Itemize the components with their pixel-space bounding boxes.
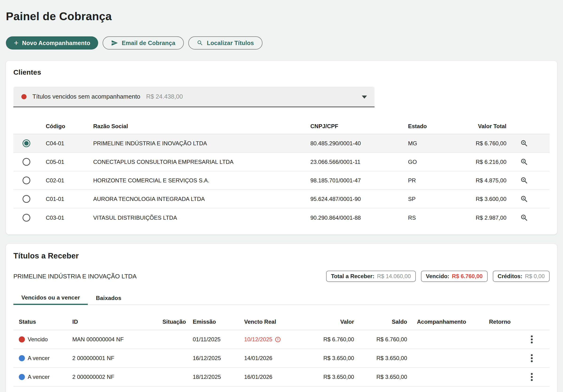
radio-button[interactable]: [23, 195, 30, 203]
overdue-label: Vencido:: [426, 273, 449, 279]
receivables-table-header: Status ID Situação Emissão Vencto Real V…: [13, 314, 550, 330]
client-valor-total: R$ 4.875,00: [464, 177, 508, 184]
overdue-filter-select[interactable]: Títulos vencidos sem acompanhamento R$ 2…: [13, 87, 374, 107]
receivables-title: Títulos a Receber: [13, 251, 550, 260]
client-codigo: C05-01: [39, 159, 93, 165]
filter-value: R$ 24.438,00: [146, 93, 183, 100]
new-followup-button[interactable]: + Novo Acompanhamento: [6, 36, 98, 50]
client-cnpj: 90.290.864/0001-88: [309, 215, 406, 221]
toolbar: + Novo Acompanhamento Email de Cobrança …: [6, 36, 557, 50]
total-receivable-value: R$ 14.060,00: [377, 273, 411, 279]
client-row[interactable]: C04-01 PRIMELINE INDÚSTRIA E INOVAÇÃO LT…: [13, 134, 550, 153]
radio-button[interactable]: [23, 214, 30, 222]
client-razao-social: AURORA TECNOLOGIA INTEGRADA LTDA: [93, 196, 309, 202]
col-header-vencto-real: Vencto Real: [240, 318, 296, 325]
title-saldo: R$ 3.650,00: [357, 355, 410, 362]
radio-button-selected[interactable]: [23, 139, 30, 147]
plus-icon: +: [14, 39, 19, 47]
client-cnpj: 80.485.290/0001-40: [309, 140, 406, 147]
title-saldo: R$ 3.650,00: [357, 374, 410, 380]
zoom-in-icon[interactable]: [520, 176, 528, 185]
client-estado: MG: [406, 140, 464, 147]
total-receivable-badge: Total a Receber: R$ 14.060,00: [326, 271, 416, 282]
billing-dashboard-page: Painel de Cobrança + Novo Acompanhamento…: [0, 0, 563, 392]
title-id: 2 000000001 NF: [68, 355, 146, 362]
clients-title: Clientes: [13, 68, 550, 76]
upcoming-status-dot-icon: [19, 374, 25, 380]
radio-button[interactable]: [23, 177, 30, 184]
overdue-value: R$ 6.760,00: [452, 273, 483, 279]
zoom-in-icon[interactable]: [520, 139, 528, 148]
row-menu-kebab-icon[interactable]: [528, 336, 536, 343]
row-menu-kebab-icon[interactable]: [528, 354, 536, 362]
col-header-id: ID: [68, 318, 146, 325]
tab-vencidos-ou-a-vencer[interactable]: Vencidos ou a vencer: [13, 291, 88, 305]
receivables-card: Títulos a Receber PRIMELINE INDÚSTRIA E …: [6, 244, 557, 392]
upcoming-status-dot-icon: [19, 355, 25, 361]
clients-table: Código Razão Social CNPJ/CPF Estado Valo…: [13, 119, 550, 227]
title-emissao: 01/11/2025: [188, 336, 240, 343]
send-icon: [111, 39, 118, 47]
col-header-status: Status: [13, 318, 68, 325]
col-header-valor: Valor: [296, 318, 357, 325]
receivables-table: Status ID Situação Emissão Vencto Real V…: [13, 314, 550, 387]
title-valor: R$ 6.760,00: [296, 336, 357, 343]
title-id: 2 000000002 NF: [68, 374, 146, 380]
col-header-saldo: Saldo: [357, 318, 410, 325]
receivables-tabs: Vencidos ou a vencer Baixados: [13, 291, 550, 305]
client-row[interactable]: C01-01 AURORA TECNOLOGIA INTEGRADA LTDA …: [13, 190, 550, 208]
client-valor-total: R$ 3.600,00: [464, 196, 508, 202]
title-id: MAN 000000004 NF: [68, 336, 146, 343]
client-razao-social: CONECTAPLUS CONSULTORIA EMPRESARIAL LTDA: [93, 159, 309, 165]
client-cnpj: 95.624.487/0001-90: [309, 196, 406, 202]
clients-card: Clientes Títulos vencidos sem acompanham…: [6, 61, 557, 235]
zoom-in-icon[interactable]: [520, 158, 528, 166]
status-label: Vencido: [28, 336, 48, 343]
receivable-row: A vencer 2 000000001 NF 16/12/2025 14/01…: [13, 349, 550, 368]
receivable-row: Vencido MAN 000000004 NF 01/11/2025 10/1…: [13, 330, 550, 349]
red-status-dot-icon: [21, 94, 26, 99]
credits-value: R$ 0,00: [525, 273, 545, 279]
overdue-badge: Vencido: R$ 6.760,00: [421, 271, 488, 282]
client-cnpj: 23.066.566/0001-11: [309, 159, 406, 165]
total-receivable-label: Total a Receber:: [331, 273, 374, 279]
zoom-in-icon[interactable]: [520, 214, 528, 222]
status-label: A vencer: [28, 374, 50, 380]
client-valor-total: R$ 6.216,00: [464, 159, 508, 165]
totals-badges: Total a Receber: R$ 14.060,00 Vencido: R…: [326, 271, 550, 282]
client-valor-total: R$ 2.987,00: [464, 215, 508, 221]
title-saldo: R$ 6.760,00: [357, 336, 410, 343]
overdue-warning-icon: [275, 336, 281, 343]
find-titles-label: Localizar Títulos: [207, 40, 254, 47]
col-header-acompanhamento: Acompanhamento: [410, 318, 467, 325]
title-vencto-real: 14/01/2026: [244, 355, 272, 362]
status-label: A vencer: [28, 355, 50, 362]
col-header-razao-social: Razão Social: [93, 123, 309, 130]
col-header-retorno: Retorno: [467, 318, 514, 325]
client-razao-social: PRIMELINE INDÚSTRIA E INOVAÇÃO LTDA: [93, 140, 309, 147]
col-header-cnpj-cpf: CNPJ/CPF: [309, 123, 406, 130]
col-header-situacao: Situação: [146, 318, 188, 325]
receivable-row: A vencer 2 000000002 NF 18/12/2025 16/01…: [13, 368, 550, 387]
zoom-in-icon[interactable]: [520, 195, 528, 203]
title-emissao: 18/12/2025: [188, 374, 240, 380]
chevron-down-icon: [362, 96, 367, 99]
client-row[interactable]: C03-01 VITASUL DISTRIBUIÇÕES LTDA 90.290…: [13, 208, 550, 227]
credits-label: Créditos:: [498, 273, 522, 279]
client-cnpj: 98.185.701/0001-47: [309, 177, 406, 184]
filter-label: Títulos vencidos sem acompanhamento: [32, 93, 141, 100]
overdue-status-dot-icon: [19, 336, 25, 342]
page-title: Painel de Cobrança: [6, 0, 557, 23]
radio-button[interactable]: [23, 158, 30, 166]
billing-email-button[interactable]: Email de Cobrança: [102, 36, 184, 50]
client-codigo: C02-01: [39, 177, 93, 184]
client-row[interactable]: C05-01 CONECTAPLUS CONSULTORIA EMPRESARI…: [13, 153, 550, 171]
find-titles-button[interactable]: Localizar Títulos: [188, 36, 262, 50]
tab-baixados[interactable]: Baixados: [88, 291, 129, 305]
col-header-codigo: Código: [39, 123, 93, 130]
client-row[interactable]: C02-01 HORIZONTE COMERCIAL E SERVIÇOS S.…: [13, 171, 550, 190]
col-header-valor-total: Valor Total: [464, 123, 508, 130]
row-menu-kebab-icon[interactable]: [528, 373, 536, 381]
client-estado: PR: [406, 177, 464, 184]
client-estado: RS: [406, 215, 464, 221]
